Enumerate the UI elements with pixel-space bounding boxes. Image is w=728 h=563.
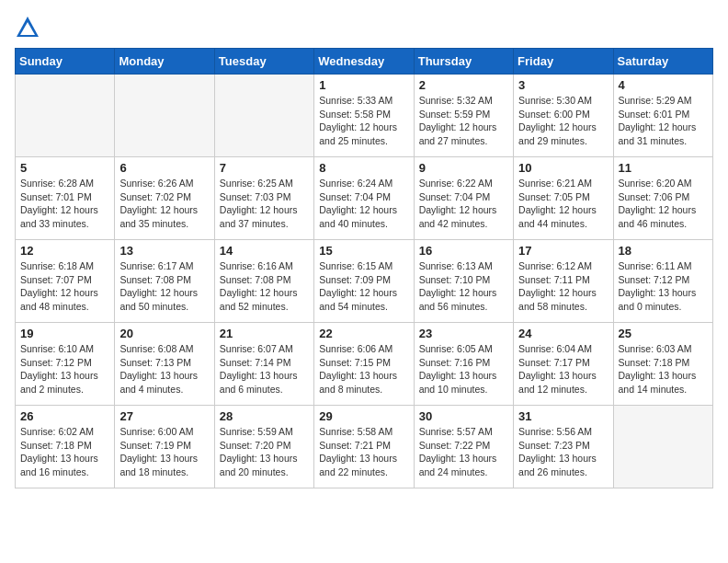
day-number: 2 xyxy=(419,78,508,92)
day-info: Sunrise: 6:22 AM Sunset: 7:04 PM Dayligh… xyxy=(419,177,508,231)
day-number: 3 xyxy=(518,78,608,92)
day-info: Sunrise: 6:07 AM Sunset: 7:14 PM Dayligh… xyxy=(220,342,309,396)
day-number: 18 xyxy=(619,244,708,258)
day-info: Sunrise: 6:20 AM Sunset: 7:06 PM Dayligh… xyxy=(619,177,708,231)
day-info: Sunrise: 5:58 AM Sunset: 7:21 PM Dayligh… xyxy=(319,425,408,479)
day-number: 12 xyxy=(20,244,109,258)
calendar-cell: 30Sunrise: 5:57 AM Sunset: 7:22 PM Dayli… xyxy=(414,406,513,488)
day-number: 17 xyxy=(518,244,608,258)
day-info: Sunrise: 5:29 AM Sunset: 6:01 PM Dayligh… xyxy=(619,94,708,148)
day-number: 31 xyxy=(518,409,608,423)
day-info: Sunrise: 6:16 AM Sunset: 7:08 PM Dayligh… xyxy=(220,259,309,314)
day-info: Sunrise: 6:06 AM Sunset: 7:15 PM Dayligh… xyxy=(319,342,408,396)
day-info: Sunrise: 6:11 AM Sunset: 7:12 PM Dayligh… xyxy=(619,259,708,314)
day-number: 14 xyxy=(220,244,309,258)
day-number: 13 xyxy=(119,244,209,258)
calendar-cell: 25Sunrise: 6:03 AM Sunset: 7:18 PM Dayli… xyxy=(613,323,712,406)
day-number: 23 xyxy=(419,327,508,340)
day-info: Sunrise: 6:17 AM Sunset: 7:08 PM Dayligh… xyxy=(119,259,209,314)
day-number: 21 xyxy=(220,327,309,340)
calendar-table: SundayMondayTuesdayWednesdayThursdayFrid… xyxy=(15,48,713,488)
day-number: 22 xyxy=(319,327,408,340)
calendar-cell xyxy=(214,75,313,157)
calendar-cell: 31Sunrise: 5:56 AM Sunset: 7:23 PM Dayli… xyxy=(514,406,613,488)
day-number: 11 xyxy=(619,161,708,175)
calendar-cell xyxy=(115,75,214,157)
calendar-cell: 4Sunrise: 5:29 AM Sunset: 6:01 PM Daylig… xyxy=(613,75,712,157)
day-number: 15 xyxy=(319,244,408,258)
day-number: 8 xyxy=(319,161,408,175)
day-number: 20 xyxy=(119,327,209,340)
day-number: 16 xyxy=(419,244,508,258)
day-number: 4 xyxy=(619,78,708,92)
calendar-cell: 19Sunrise: 6:10 AM Sunset: 7:12 PM Dayli… xyxy=(16,323,115,406)
calendar-cell: 5Sunrise: 6:28 AM Sunset: 7:01 PM Daylig… xyxy=(16,157,115,240)
calendar-cell xyxy=(613,406,712,488)
day-info: Sunrise: 6:12 AM Sunset: 7:11 PM Dayligh… xyxy=(518,259,608,314)
calendar-cell: 8Sunrise: 6:24 AM Sunset: 7:04 PM Daylig… xyxy=(314,157,414,240)
logo xyxy=(15,15,44,40)
day-info: Sunrise: 6:28 AM Sunset: 7:01 PM Dayligh… xyxy=(20,177,109,231)
day-number: 19 xyxy=(20,327,109,340)
calendar-cell: 6Sunrise: 6:26 AM Sunset: 7:02 PM Daylig… xyxy=(115,157,214,240)
day-number: 26 xyxy=(20,409,109,423)
day-info: Sunrise: 5:32 AM Sunset: 5:59 PM Dayligh… xyxy=(419,94,508,148)
calendar-cell: 20Sunrise: 6:08 AM Sunset: 7:13 PM Dayli… xyxy=(115,323,214,406)
calendar-cell: 24Sunrise: 6:04 AM Sunset: 7:17 PM Dayli… xyxy=(514,323,613,406)
calendar-week-row: 26Sunrise: 6:02 AM Sunset: 7:18 PM Dayli… xyxy=(16,406,713,488)
calendar-cell: 17Sunrise: 6:12 AM Sunset: 7:11 PM Dayli… xyxy=(514,240,613,323)
day-number: 5 xyxy=(20,161,109,175)
calendar-cell: 27Sunrise: 6:00 AM Sunset: 7:19 PM Dayli… xyxy=(115,406,214,488)
day-info: Sunrise: 6:02 AM Sunset: 7:18 PM Dayligh… xyxy=(20,425,109,479)
day-info: Sunrise: 6:26 AM Sunset: 7:02 PM Dayligh… xyxy=(119,177,209,231)
day-info: Sunrise: 5:59 AM Sunset: 7:20 PM Dayligh… xyxy=(220,425,309,479)
calendar-cell: 7Sunrise: 6:25 AM Sunset: 7:03 PM Daylig… xyxy=(214,157,313,240)
header-day-saturday: Saturday xyxy=(613,49,712,75)
calendar-cell: 29Sunrise: 5:58 AM Sunset: 7:21 PM Dayli… xyxy=(314,406,414,488)
calendar-cell: 22Sunrise: 6:06 AM Sunset: 7:15 PM Dayli… xyxy=(314,323,414,406)
header-day-sunday: Sunday xyxy=(16,49,115,75)
logo-icon xyxy=(15,15,40,40)
day-number: 9 xyxy=(419,161,508,175)
calendar-cell: 15Sunrise: 6:15 AM Sunset: 7:09 PM Dayli… xyxy=(314,240,414,323)
header-day-friday: Friday xyxy=(514,49,613,75)
day-number: 25 xyxy=(619,327,708,340)
header-day-tuesday: Tuesday xyxy=(214,49,313,75)
day-number: 29 xyxy=(319,409,408,423)
calendar-cell: 16Sunrise: 6:13 AM Sunset: 7:10 PM Dayli… xyxy=(414,240,513,323)
calendar-cell: 9Sunrise: 6:22 AM Sunset: 7:04 PM Daylig… xyxy=(414,157,513,240)
calendar-cell: 11Sunrise: 6:20 AM Sunset: 7:06 PM Dayli… xyxy=(613,157,712,240)
calendar-header-row: SundayMondayTuesdayWednesdayThursdayFrid… xyxy=(16,49,713,75)
calendar-cell: 3Sunrise: 5:30 AM Sunset: 6:00 PM Daylig… xyxy=(514,75,613,157)
day-info: Sunrise: 6:24 AM Sunset: 7:04 PM Dayligh… xyxy=(319,177,408,231)
calendar-cell: 18Sunrise: 6:11 AM Sunset: 7:12 PM Dayli… xyxy=(613,240,712,323)
day-info: Sunrise: 6:18 AM Sunset: 7:07 PM Dayligh… xyxy=(20,259,109,314)
day-info: Sunrise: 6:25 AM Sunset: 7:03 PM Dayligh… xyxy=(220,177,309,231)
calendar-cell: 26Sunrise: 6:02 AM Sunset: 7:18 PM Dayli… xyxy=(16,406,115,488)
calendar-cell xyxy=(16,75,115,157)
day-number: 28 xyxy=(220,409,309,423)
calendar-cell: 21Sunrise: 6:07 AM Sunset: 7:14 PM Dayli… xyxy=(214,323,313,406)
day-info: Sunrise: 6:08 AM Sunset: 7:13 PM Dayligh… xyxy=(119,342,209,396)
day-info: Sunrise: 6:00 AM Sunset: 7:19 PM Dayligh… xyxy=(119,425,209,479)
day-info: Sunrise: 6:03 AM Sunset: 7:18 PM Dayligh… xyxy=(619,342,708,396)
day-info: Sunrise: 5:33 AM Sunset: 5:58 PM Dayligh… xyxy=(319,94,408,148)
day-info: Sunrise: 5:30 AM Sunset: 6:00 PM Dayligh… xyxy=(518,94,608,148)
page-header xyxy=(15,15,713,40)
day-info: Sunrise: 5:56 AM Sunset: 7:23 PM Dayligh… xyxy=(518,425,608,479)
header-day-monday: Monday xyxy=(115,49,214,75)
day-info: Sunrise: 5:57 AM Sunset: 7:22 PM Dayligh… xyxy=(419,425,508,479)
day-number: 1 xyxy=(319,78,408,92)
header-day-wednesday: Wednesday xyxy=(314,49,414,75)
calendar-cell: 23Sunrise: 6:05 AM Sunset: 7:16 PM Dayli… xyxy=(414,323,513,406)
calendar-cell: 14Sunrise: 6:16 AM Sunset: 7:08 PM Dayli… xyxy=(214,240,313,323)
calendar-cell: 13Sunrise: 6:17 AM Sunset: 7:08 PM Dayli… xyxy=(115,240,214,323)
header-day-thursday: Thursday xyxy=(414,49,513,75)
day-info: Sunrise: 6:10 AM Sunset: 7:12 PM Dayligh… xyxy=(20,342,109,396)
calendar-cell: 2Sunrise: 5:32 AM Sunset: 5:59 PM Daylig… xyxy=(414,75,513,157)
day-info: Sunrise: 6:13 AM Sunset: 7:10 PM Dayligh… xyxy=(419,259,508,314)
calendar-week-row: 1Sunrise: 5:33 AM Sunset: 5:58 PM Daylig… xyxy=(16,75,713,157)
calendar-week-row: 5Sunrise: 6:28 AM Sunset: 7:01 PM Daylig… xyxy=(16,157,713,240)
day-info: Sunrise: 6:04 AM Sunset: 7:17 PM Dayligh… xyxy=(518,342,608,396)
day-info: Sunrise: 6:05 AM Sunset: 7:16 PM Dayligh… xyxy=(419,342,508,396)
